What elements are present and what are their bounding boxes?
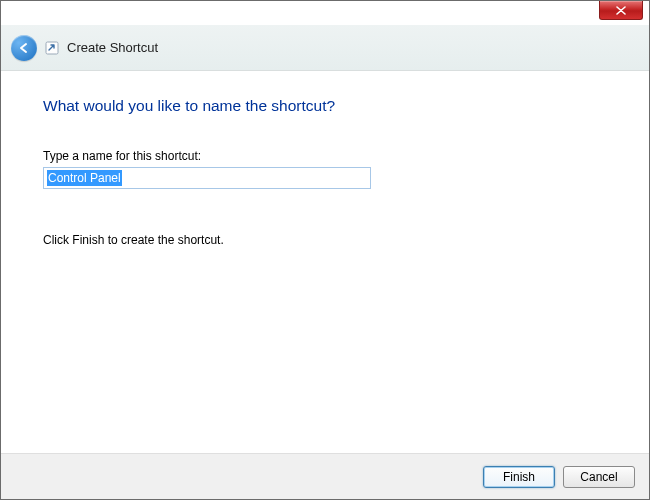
wizard-content: What would you like to name the shortcut…	[1, 71, 649, 247]
wizard-footer: Finish Cancel	[1, 453, 649, 499]
wizard-window: Create Shortcut What would you like to n…	[0, 0, 650, 500]
titlebar	[1, 1, 649, 25]
finish-button[interactable]: Finish	[483, 466, 555, 488]
page-heading: What would you like to name the shortcut…	[43, 97, 607, 115]
shortcut-name-value: Control Panel	[47, 170, 122, 186]
wizard-header: Create Shortcut	[1, 25, 649, 71]
shortcut-name-label: Type a name for this shortcut:	[43, 149, 607, 163]
wizard-title: Create Shortcut	[67, 40, 158, 55]
close-icon	[616, 6, 626, 15]
shortcut-icon	[45, 41, 59, 55]
close-button[interactable]	[599, 1, 643, 20]
back-button[interactable]	[11, 35, 37, 61]
shortcut-name-input[interactable]: Control Panel	[43, 167, 371, 189]
back-arrow-icon	[17, 41, 31, 55]
wizard-hint: Click Finish to create the shortcut.	[43, 233, 607, 247]
cancel-button[interactable]: Cancel	[563, 466, 635, 488]
svg-rect-0	[46, 42, 58, 54]
